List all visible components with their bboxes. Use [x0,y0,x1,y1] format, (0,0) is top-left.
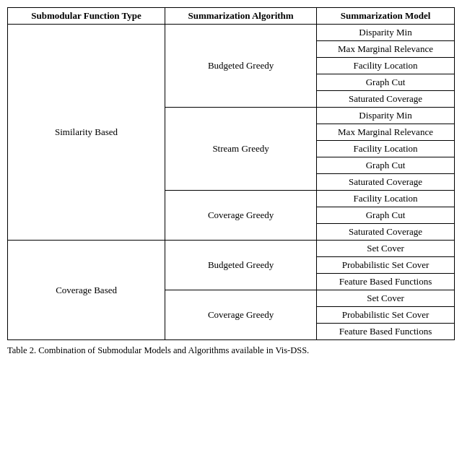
model-label: Graph Cut [317,207,455,224]
header-col2: Summarization Algorithm [165,8,317,25]
model-label: Set Cover [317,290,455,307]
model-label: Set Cover [317,241,455,257]
model-label: Max Marginal Relevance [317,124,455,141]
model-label: Saturated Coverage [317,174,455,191]
model-label: Disparity Min [317,108,455,124]
group-label: Coverage Based [8,241,165,340]
main-table: Submodular Function Type Summarization A… [7,7,455,340]
table-container: Submodular Function Type Summarization A… [7,7,455,358]
header-col3: Summarization Model [317,8,455,25]
model-label: Saturated Coverage [317,224,455,241]
model-label: Probabilistic Set Cover [317,307,455,324]
model-label: Facility Location [317,141,455,157]
model-label: Facility Location [317,191,455,207]
model-label: Probabilistic Set Cover [317,257,455,274]
model-label: Max Marginal Relevance [317,41,455,58]
model-label: Graph Cut [317,157,455,174]
model-label: Graph Cut [317,74,455,91]
algo-label: Coverage Greedy [165,290,317,340]
header-col1: Submodular Function Type [8,8,165,25]
model-label: Facility Location [317,58,455,74]
model-label: Disparity Min [317,25,455,41]
algo-label: Coverage Greedy [165,191,317,241]
algo-label: Budgeted Greedy [165,25,317,108]
algo-label: Budgeted Greedy [165,241,317,290]
model-label: Saturated Coverage [317,91,455,108]
model-label: Feature Based Functions [317,324,455,340]
algo-label: Stream Greedy [165,108,317,191]
group-label: Similarity Based [8,25,165,241]
table-caption: Table 2. Combination of Submodular Model… [7,345,455,358]
model-label: Feature Based Functions [317,274,455,290]
